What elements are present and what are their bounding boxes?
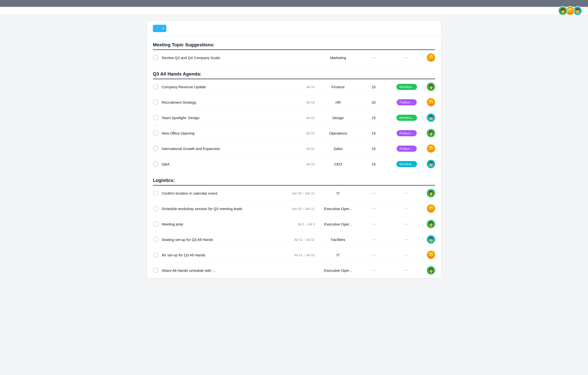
task-avatar: 👱 — [427, 204, 435, 213]
task-team: Facilities — [318, 238, 358, 242]
task-name: International Growth and Expansion — [162, 147, 289, 151]
task-mic: — — [390, 191, 424, 195]
task-team: Sales — [318, 147, 358, 151]
task-name: Q&A — [162, 162, 289, 166]
section-title: Meeting Topic Suggestions: — [153, 36, 435, 50]
task-name: Company Revenue Update — [162, 85, 289, 89]
task-team: CEO — [318, 162, 358, 166]
task-team: Executive Oper... — [318, 222, 358, 226]
task-checkbox[interactable] — [153, 221, 158, 227]
task-checkbox[interactable] — [153, 100, 158, 105]
main-content: ▾ Meeting Topic Suggestions:Review Q3 an… — [147, 21, 441, 278]
task-avatar: 👱 — [427, 144, 435, 153]
task-time: — — [358, 253, 390, 257]
task-time: — — [358, 191, 390, 195]
mic-badge[interactable]: Wireless... — [396, 115, 417, 121]
add-task-button[interactable]: ▾ — [153, 25, 166, 32]
task-mic: Wireless... — [390, 84, 424, 90]
task-time: 10 — [358, 85, 390, 89]
task-avatar: 👩 — [427, 129, 435, 137]
dash: — — [372, 268, 376, 272]
task-team: Executive Oper... — [318, 268, 358, 273]
task-avatar: 👱 — [427, 98, 435, 106]
task-time: 15 — [358, 162, 390, 166]
dash: — — [372, 253, 376, 257]
task-name: Meeting prep — [162, 222, 289, 226]
task-avatar: 👨 — [427, 235, 435, 244]
mic-badge[interactable]: Podium ... — [397, 130, 417, 136]
task-name: Seating set-up for Q3 All Hands — [162, 238, 289, 242]
task-avatar: 👩 — [427, 266, 435, 275]
task-checkbox[interactable] — [153, 130, 158, 136]
task-mic: Wireless... — [390, 115, 424, 121]
dash: — — [372, 55, 376, 60]
task-team: Operations — [318, 131, 358, 135]
task-name: Share All Hands schedule with ... — [162, 268, 289, 273]
task-checkbox[interactable] — [153, 237, 158, 242]
task-checkbox[interactable] — [153, 84, 158, 89]
task-time: 15 — [358, 147, 390, 151]
task-mic: Wireless... — [390, 161, 424, 167]
task-row: Q&AJul 12CEO15Wireless...👨 — [153, 156, 435, 172]
task-avatar: 👩 — [427, 220, 435, 228]
mic-badge[interactable]: Wireless... — [396, 84, 417, 90]
task-row: Seating set-up for Q3 All HandsJul 11 – … — [153, 232, 435, 247]
task-checkbox[interactable] — [153, 115, 158, 120]
task-avatar: 👱 — [427, 53, 435, 62]
task-name: Team Spotlight: Design — [162, 116, 289, 120]
task-row: Review Q3 and Q4 Company GoalsMarketing—… — [153, 50, 435, 65]
task-time: 15 — [358, 116, 390, 120]
task-name: Schedule workshop session for Q3 meeting… — [162, 207, 289, 211]
mic-dash: — — [405, 191, 409, 195]
task-date: Jul 11 – Jul 12 — [289, 253, 318, 257]
task-name: New Office Opening — [162, 131, 289, 135]
task-team: Design — [318, 116, 358, 120]
task-date: Jul 12 — [289, 85, 318, 89]
mic-dash: — — [405, 55, 409, 60]
task-date: Jul 12 — [289, 100, 318, 104]
task-name: AV set-up for Q3 All Hands — [162, 253, 289, 257]
task-avatar: 👩 — [427, 189, 435, 197]
task-mic: — — [390, 206, 424, 211]
task-checkbox[interactable] — [153, 161, 158, 167]
task-checkbox[interactable] — [153, 146, 158, 151]
task-date: Jun 10 – Jun 11 — [289, 207, 318, 211]
task-team: Executive Oper... — [318, 207, 358, 211]
header: 👩👱👨 — [0, 7, 588, 15]
task-team: Finance — [318, 85, 358, 89]
task-date: Jul 12 — [289, 162, 318, 166]
task-time: — — [358, 222, 390, 226]
task-time: — — [358, 237, 390, 242]
task-checkbox[interactable] — [153, 268, 158, 273]
task-mic: — — [390, 253, 424, 257]
task-checkbox[interactable] — [153, 206, 158, 211]
dash: — — [372, 237, 376, 241]
task-date: Jun 10 – Jun 11 — [289, 191, 318, 195]
task-mic: — — [390, 222, 424, 226]
section: Logistics:Confirm location in calendar e… — [147, 172, 441, 278]
task-mic: Podium ... — [390, 146, 424, 152]
header-avatar: 👩 — [558, 6, 567, 15]
task-team: IT — [318, 191, 358, 195]
task-checkbox[interactable] — [153, 55, 158, 60]
task-row: Meeting prepJul 1 – Jul 3Executive Oper.… — [153, 216, 435, 232]
task-time: 20 — [358, 100, 390, 104]
task-mic: — — [390, 55, 424, 60]
task-checkbox[interactable] — [153, 252, 158, 258]
dash: — — [372, 206, 376, 211]
task-team: IT — [318, 253, 358, 257]
mic-badge[interactable]: Podium ... — [397, 146, 417, 152]
mic-dash: — — [405, 253, 409, 257]
add-task-chevron-icon[interactable]: ▾ — [160, 25, 166, 32]
task-team: Marketing — [318, 56, 358, 60]
task-team: HR — [318, 100, 358, 104]
task-mic: — — [390, 268, 424, 273]
task-mic: Podium ... — [390, 99, 424, 105]
mic-badge[interactable]: Podium ... — [397, 99, 417, 105]
task-date: Jul 11 – Jul 12 — [289, 238, 318, 241]
mic-dash: — — [405, 268, 409, 272]
task-time: 15 — [358, 131, 390, 135]
mic-badge[interactable]: Wireless... — [396, 161, 417, 167]
task-checkbox[interactable] — [153, 190, 158, 196]
add-task-label — [153, 26, 160, 30]
